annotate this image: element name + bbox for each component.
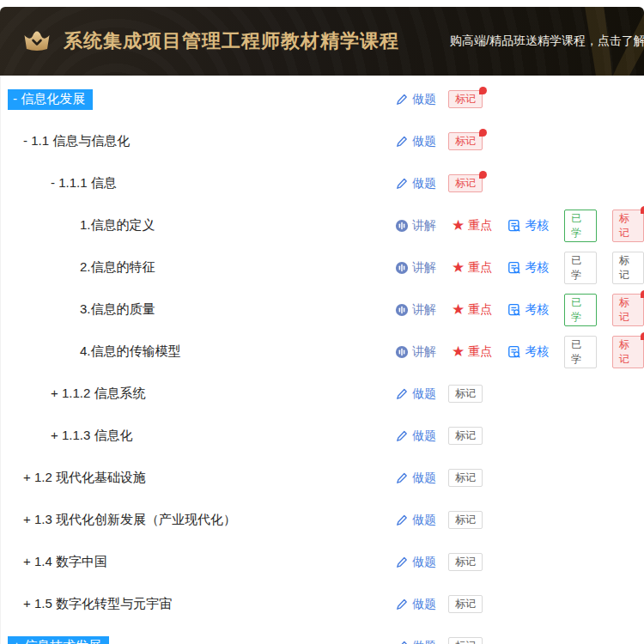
tree-row: + 1.1.2 信息系统做题标记 xyxy=(1,373,644,415)
pin-icon xyxy=(479,129,487,137)
row-actions: 做题标记 xyxy=(395,385,644,403)
learned-badge[interactable]: 已学 xyxy=(564,210,596,242)
row-actions: 讲解★重点考核已学标记 xyxy=(395,294,644,326)
mark-badge[interactable]: 标记 xyxy=(448,427,483,445)
pin-icon xyxy=(641,290,644,298)
do-questions-link[interactable]: 做题 xyxy=(395,176,436,191)
mark-badge[interactable]: 标记 xyxy=(448,385,483,403)
mark-badge[interactable]: 标记 xyxy=(448,637,483,644)
pencil-icon xyxy=(395,429,409,443)
explain-link[interactable]: 讲解 xyxy=(395,344,436,360)
audio-wave-icon xyxy=(395,303,409,317)
learned-badge[interactable]: 已学 xyxy=(564,294,596,326)
mark-badge[interactable]: 标记 xyxy=(448,511,483,529)
row-actions: 讲解★重点考核已学标记 xyxy=(395,252,644,284)
pin-icon xyxy=(479,87,487,94)
star-icon: ★ xyxy=(452,220,465,232)
tree-node-label[interactable]: + 1.5 数字化转型与元宇宙 xyxy=(23,596,172,611)
key-point-badge: ★重点 xyxy=(452,302,492,318)
tree-node-label[interactable]: - 1.1.1 信息 xyxy=(51,175,117,190)
course-outline-page: V 系统集成项目管理工程师教材精学课程 购高端/精品班送精学课程，点击了解 - … xyxy=(0,0,644,644)
tree-node-label[interactable]: 4.信息的传输模型 xyxy=(80,343,181,358)
row-actions: 做题标记 xyxy=(395,511,644,529)
learned-badge[interactable]: 已学 xyxy=(564,252,596,284)
do-questions-link[interactable]: 做题 xyxy=(395,555,436,570)
row-actions: 做题标记 xyxy=(395,595,644,613)
tree-row: + 1.1.3 信息化做题标记 xyxy=(1,415,644,457)
course-tree: - 信息化发展做题标记- 1.1 信息与信息化做题标记- 1.1.1 信息做题标… xyxy=(0,76,644,644)
audit-doc-icon xyxy=(507,261,521,275)
explain-link[interactable]: 讲解 xyxy=(395,260,436,276)
row-actions: 讲解★重点考核已学标记 xyxy=(395,336,644,368)
tree-row: - 1.1 信息与信息化做题标记 xyxy=(1,120,644,162)
pencil-icon xyxy=(395,513,409,527)
mark-badge[interactable]: 标记 xyxy=(448,174,483,192)
crown-icon xyxy=(22,28,52,54)
row-actions: 做题标记 xyxy=(395,174,644,192)
mark-badge[interactable]: 标记 xyxy=(612,336,644,368)
explain-link[interactable]: 讲解 xyxy=(395,302,436,318)
row-actions: 做题标记 xyxy=(395,469,644,487)
tree-node-label[interactable]: + 1.1.3 信息化 xyxy=(51,428,132,442)
tree-node-label[interactable]: 1.信息的定义 xyxy=(80,217,155,232)
audio-wave-icon xyxy=(395,261,409,275)
tree-node: + 1.1.2 信息系统 xyxy=(1,386,395,402)
row-actions: 做题标记 xyxy=(395,553,644,571)
do-questions-link[interactable]: 做题 xyxy=(395,597,436,612)
learned-badge[interactable]: 已学 xyxy=(564,336,596,368)
tree-node-label[interactable]: + 信息技术发展 xyxy=(8,636,109,644)
tree-node-label[interactable]: + 1.1.2 信息系统 xyxy=(51,386,145,400)
mark-badge[interactable]: 标记 xyxy=(612,252,644,284)
do-questions-link[interactable]: 做题 xyxy=(395,639,436,644)
pencil-icon xyxy=(395,93,409,106)
mark-badge[interactable]: 标记 xyxy=(612,210,644,242)
tree-node-label[interactable]: 2.信息的特征 xyxy=(80,259,155,274)
tree-node-label[interactable]: + 1.4 数字中国 xyxy=(23,554,107,568)
audit-doc-icon xyxy=(507,345,521,359)
do-questions-link[interactable]: 做题 xyxy=(395,513,436,528)
pencil-icon xyxy=(395,640,409,644)
row-actions: 做题标记 xyxy=(395,427,644,445)
mark-badge[interactable]: 标记 xyxy=(448,132,483,150)
do-questions-link[interactable]: 做题 xyxy=(395,134,436,149)
tree-row: + 信息技术发展做题标记 xyxy=(1,625,644,644)
audit-doc-icon xyxy=(507,219,521,233)
mark-badge[interactable]: 标记 xyxy=(448,595,483,613)
tree-node-label[interactable]: - 1.1 信息与信息化 xyxy=(23,133,130,148)
pencil-icon xyxy=(395,177,409,191)
tree-node-label[interactable]: + 1.3 现代化创新发展（产业现代化） xyxy=(23,512,236,526)
tree-row: 4.信息的传输模型讲解★重点考核已学标记 xyxy=(1,331,644,373)
row-actions: 做题标记 xyxy=(395,132,644,150)
mark-badge[interactable]: 标记 xyxy=(448,553,483,571)
tree-node-label[interactable]: 3.信息的质量 xyxy=(80,301,155,316)
assessment-link[interactable]: 考核 xyxy=(507,302,549,318)
mark-badge[interactable]: 标记 xyxy=(448,90,483,108)
promo-banner-link[interactable]: 购高端/精品班送精学课程，点击了解 xyxy=(450,33,644,49)
tree-node: + 1.5 数字化转型与元宇宙 xyxy=(1,596,395,612)
audio-wave-icon xyxy=(395,219,409,233)
mark-badge[interactable]: 标记 xyxy=(448,469,483,487)
mark-badge[interactable]: 标记 xyxy=(612,294,644,326)
tree-row: + 1.5 数字化转型与元宇宙做题标记 xyxy=(1,583,644,625)
assessment-link[interactable]: 考核 xyxy=(507,218,549,234)
tree-row: + 1.2 现代化基础设施做题标记 xyxy=(1,457,644,499)
pin-icon xyxy=(641,206,644,214)
tree-row: 2.信息的特征讲解★重点考核已学标记 xyxy=(1,246,644,289)
do-questions-link[interactable]: 做题 xyxy=(395,92,436,107)
star-icon: ★ xyxy=(452,262,465,274)
tree-node: + 信息技术发展 xyxy=(1,636,395,644)
assessment-link[interactable]: 考核 xyxy=(507,260,549,276)
explain-link[interactable]: 讲解 xyxy=(395,218,436,234)
do-questions-link[interactable]: 做题 xyxy=(395,471,436,486)
tree-node: - 信息化发展 xyxy=(1,89,395,110)
pin-icon xyxy=(641,332,644,340)
tree-node-label[interactable]: - 信息化发展 xyxy=(8,89,93,110)
pencil-icon xyxy=(395,471,409,485)
tree-node-label[interactable]: + 1.2 现代化基础设施 xyxy=(23,470,146,484)
do-questions-link[interactable]: 做题 xyxy=(395,386,436,402)
assessment-link[interactable]: 考核 xyxy=(507,344,549,360)
do-questions-link[interactable]: 做题 xyxy=(395,428,436,444)
row-actions: 讲解★重点考核已学标记 xyxy=(395,210,644,242)
tree-row: 1.信息的定义讲解★重点考核已学标记 xyxy=(1,204,644,246)
tree-node: 3.信息的质量 xyxy=(1,301,395,318)
